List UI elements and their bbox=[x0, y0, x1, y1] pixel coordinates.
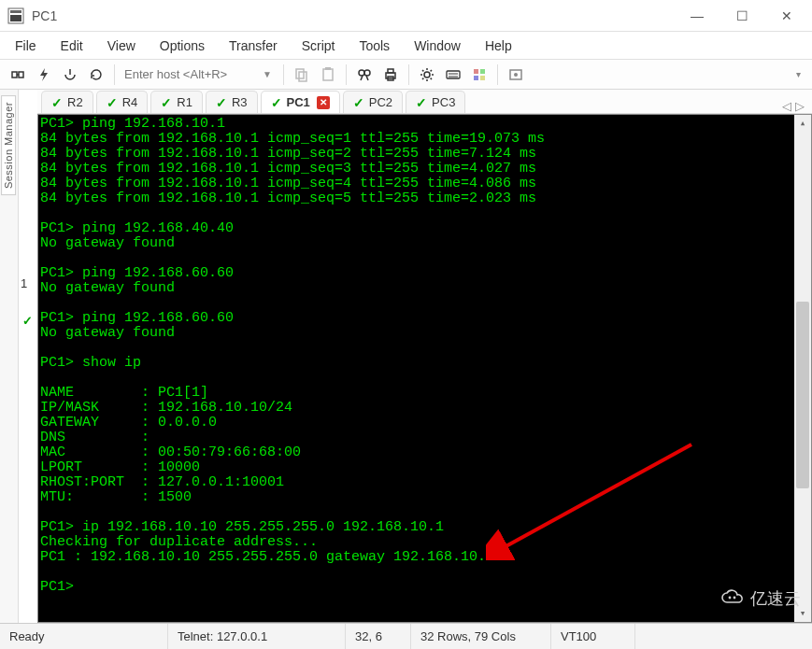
tab-label: PC3 bbox=[432, 95, 455, 109]
tab-r2[interactable]: ✓R2 bbox=[41, 91, 93, 113]
watermark: 亿速云 bbox=[720, 587, 801, 610]
menu-help[interactable]: Help bbox=[474, 35, 523, 57]
print-icon[interactable] bbox=[378, 63, 403, 87]
svg-line-11 bbox=[366, 76, 368, 80]
tab-close-icon[interactable]: ✕ bbox=[317, 96, 330, 109]
toolbar-overflow-icon[interactable]: ▾ bbox=[796, 69, 806, 79]
paste-icon[interactable] bbox=[316, 63, 340, 87]
svg-line-10 bbox=[361, 76, 363, 80]
left-gutter: 1 ✓ bbox=[19, 90, 37, 623]
separator bbox=[497, 64, 498, 85]
menu-view[interactable]: View bbox=[96, 35, 147, 57]
copy-icon[interactable] bbox=[290, 63, 314, 87]
minimize-button[interactable]: ― bbox=[685, 8, 709, 23]
svg-rect-5 bbox=[299, 72, 306, 81]
terminal-scrollbar[interactable]: ▴ ▾ bbox=[794, 115, 811, 622]
tab-label: R3 bbox=[232, 95, 248, 109]
tab-pc3[interactable]: ✓PC3 bbox=[406, 91, 465, 113]
menu-transfer[interactable]: Transfer bbox=[218, 35, 289, 57]
svg-rect-13 bbox=[388, 69, 393, 73]
svg-rect-16 bbox=[447, 71, 460, 78]
svg-rect-22 bbox=[480, 76, 485, 80]
svg-point-8 bbox=[359, 70, 364, 76]
titlebar: PC1 ― ☐ ✕ bbox=[0, 0, 812, 32]
svg-rect-21 bbox=[474, 76, 478, 80]
menu-edit[interactable]: Edit bbox=[50, 35, 94, 57]
svg-rect-7 bbox=[325, 67, 331, 70]
keyboard-icon[interactable] bbox=[441, 63, 465, 87]
svg-rect-2 bbox=[10, 15, 21, 21]
svg-rect-1 bbox=[10, 10, 21, 13]
menubar: File Edit View Options Transfer Script T… bbox=[0, 32, 812, 60]
svg-point-9 bbox=[364, 70, 370, 76]
tab-prev-icon[interactable]: ◁ bbox=[782, 99, 791, 113]
separator bbox=[114, 64, 115, 85]
gutter-check-icon: ✓ bbox=[22, 314, 33, 328]
terminal[interactable]: PC1> ping 192.168.10.1 84 bytes from 192… bbox=[37, 114, 812, 623]
connect-icon[interactable] bbox=[6, 63, 30, 87]
palette-icon[interactable] bbox=[467, 63, 491, 87]
menu-options[interactable]: Options bbox=[149, 35, 216, 57]
menu-file[interactable]: File bbox=[4, 35, 48, 57]
find-icon[interactable] bbox=[352, 63, 377, 87]
menu-window[interactable]: Window bbox=[403, 35, 472, 57]
check-icon: ✓ bbox=[271, 95, 282, 110]
menu-script[interactable]: Script bbox=[291, 35, 347, 57]
session-tabstrip: ✓R2 ✓R4 ✓R1 ✓R3 ✓PC1✕ ✓PC2 ✓PC3 ◁ ▷ bbox=[37, 90, 812, 114]
toolbar: ▼ ▾ bbox=[0, 60, 812, 90]
session-manager-label: Session Manager bbox=[1, 95, 16, 195]
tab-r1[interactable]: ✓R1 bbox=[150, 91, 203, 113]
svg-point-25 bbox=[729, 596, 732, 599]
maximize-button[interactable]: ☐ bbox=[730, 8, 754, 23]
close-button[interactable]: ✕ bbox=[775, 8, 799, 23]
quick-connect-icon[interactable] bbox=[32, 63, 56, 87]
app-icon bbox=[7, 7, 24, 24]
scroll-up-icon[interactable]: ▴ bbox=[794, 115, 811, 132]
reconnect-icon[interactable] bbox=[84, 63, 108, 87]
window-title: PC1 bbox=[32, 8, 685, 23]
status-spacer bbox=[635, 624, 812, 649]
tab-next-icon[interactable]: ▷ bbox=[795, 99, 805, 113]
status-cursor: 32, 6 bbox=[346, 624, 411, 649]
host-input[interactable] bbox=[121, 64, 261, 85]
svg-point-15 bbox=[424, 72, 430, 78]
window-controls: ― ☐ ✕ bbox=[685, 8, 799, 23]
watermark-text: 亿速云 bbox=[750, 587, 801, 610]
host-dropdown-icon[interactable]: ▼ bbox=[263, 69, 278, 79]
tab-label: PC2 bbox=[369, 95, 392, 109]
settings-icon[interactable] bbox=[415, 63, 439, 87]
gutter-number: 1 bbox=[21, 276, 27, 290]
check-icon: ✓ bbox=[416, 95, 427, 110]
svg-point-24 bbox=[514, 73, 518, 77]
tab-pc1[interactable]: ✓PC1✕ bbox=[261, 91, 340, 113]
svg-rect-19 bbox=[474, 69, 478, 74]
check-icon: ✓ bbox=[216, 95, 227, 110]
tab-pc2[interactable]: ✓PC2 bbox=[343, 91, 403, 113]
tab-r3[interactable]: ✓R3 bbox=[206, 91, 258, 113]
menu-tools[interactable]: Tools bbox=[348, 35, 401, 57]
check-icon: ✓ bbox=[161, 95, 172, 110]
disconnect-icon[interactable] bbox=[58, 63, 82, 87]
content-pane: ✓R2 ✓R4 ✓R1 ✓R3 ✓PC1✕ ✓PC2 ✓PC3 ◁ ▷ PC1>… bbox=[37, 90, 812, 623]
cloud-icon bbox=[720, 588, 745, 610]
separator bbox=[408, 64, 409, 85]
statusbar: Ready Telnet: 127.0.0.1 32, 6 32 Rows, 7… bbox=[0, 623, 812, 649]
svg-rect-4 bbox=[296, 69, 304, 78]
tab-nav: ◁ ▷ bbox=[782, 99, 808, 113]
status-term: VT100 bbox=[551, 624, 635, 649]
session-manager-handle[interactable]: Session Manager bbox=[0, 90, 19, 623]
separator bbox=[283, 64, 284, 85]
status-connection: Telnet: 127.0.0.1 bbox=[168, 624, 346, 649]
status-ready: Ready bbox=[0, 624, 168, 649]
check-icon: ✓ bbox=[353, 95, 364, 110]
svg-point-26 bbox=[734, 596, 736, 599]
svg-rect-6 bbox=[323, 69, 333, 80]
tab-r4[interactable]: ✓R4 bbox=[96, 91, 149, 113]
scroll-thumb[interactable] bbox=[796, 302, 809, 488]
check-icon: ✓ bbox=[107, 95, 118, 110]
svg-rect-20 bbox=[480, 69, 485, 74]
check-icon: ✓ bbox=[51, 95, 63, 110]
main-area: Session Manager 1 ✓ ✓R2 ✓R4 ✓R1 ✓R3 ✓PC1… bbox=[0, 90, 812, 623]
tab-label: PC1 bbox=[287, 95, 310, 109]
screenshot-icon[interactable] bbox=[504, 63, 528, 87]
